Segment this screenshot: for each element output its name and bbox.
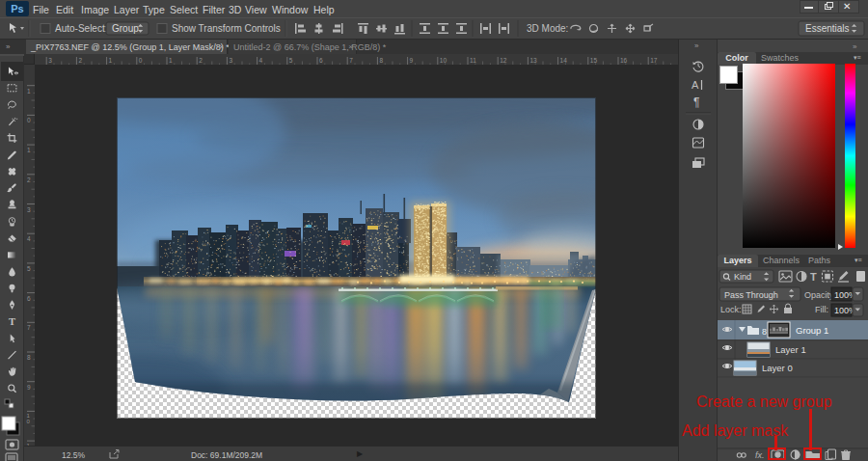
svg-text:7: 7 <box>27 324 31 331</box>
svg-text:6: 6 <box>27 295 31 302</box>
svg-text:Group 1: Group 1 <box>796 325 828 336</box>
svg-text:1: 1 <box>27 88 31 95</box>
svg-text:13: 13 <box>529 57 537 64</box>
svg-text:8: 8 <box>379 57 383 64</box>
svg-text:0: 0 <box>139 57 143 64</box>
svg-text:15: 15 <box>590 57 598 64</box>
svg-text:2: 2 <box>199 57 203 64</box>
svg-text:1: 1 <box>169 57 173 64</box>
svg-text:T: T <box>810 271 817 283</box>
svg-text:¶: ¶ <box>693 95 699 109</box>
svg-text:3: 3 <box>48 57 52 64</box>
svg-text:14: 14 <box>560 57 568 64</box>
svg-text:5: 5 <box>27 265 31 272</box>
svg-text:9: 9 <box>410 57 414 64</box>
svg-text:8: 8 <box>27 354 31 361</box>
svg-text:2: 2 <box>27 176 31 183</box>
svg-text:8: 8 <box>762 327 767 337</box>
svg-text:Kind: Kind <box>734 272 751 282</box>
svg-text:4: 4 <box>259 57 263 64</box>
svg-text:T: T <box>9 316 15 327</box>
svg-text:Group: Group <box>112 23 139 34</box>
svg-text:3: 3 <box>229 57 232 64</box>
svg-text:Lock:: Lock: <box>720 305 742 314</box>
svg-text:12: 12 <box>500 57 507 64</box>
svg-text:Fill:: Fill: <box>815 305 828 314</box>
svg-text:1: 1 <box>109 57 113 64</box>
svg-text:4: 4 <box>27 235 31 242</box>
svg-text:»: » <box>694 41 699 50</box>
svg-text:1: 1 <box>27 147 31 153</box>
svg-text:Auto-Select:: Auto-Select: <box>55 23 107 34</box>
svg-text:Layer 0: Layer 0 <box>762 363 793 373</box>
svg-text:6: 6 <box>319 57 323 64</box>
svg-text:7: 7 <box>349 57 353 64</box>
svg-text:A: A <box>692 79 699 91</box>
svg-text:11: 11 <box>470 57 476 64</box>
svg-text:3: 3 <box>27 206 31 213</box>
svg-text:Layer 1: Layer 1 <box>775 344 806 355</box>
svg-text:9: 9 <box>27 384 31 391</box>
svg-text:Essentials: Essentials <box>805 23 850 34</box>
svg-text:17: 17 <box>650 57 658 64</box>
svg-text:Pass Through: Pass Through <box>724 290 778 300</box>
svg-text:2: 2 <box>78 57 82 64</box>
svg-text:fx.: fx. <box>755 450 765 460</box>
svg-text:5: 5 <box>289 57 293 64</box>
svg-text:16: 16 <box>620 57 628 64</box>
svg-text:0: 0 <box>27 117 31 123</box>
svg-text:10: 10 <box>440 57 448 64</box>
svg-text:3D Mode:: 3D Mode: <box>527 23 568 34</box>
svg-text:Show Transform Controls: Show Transform Controls <box>172 23 281 34</box>
